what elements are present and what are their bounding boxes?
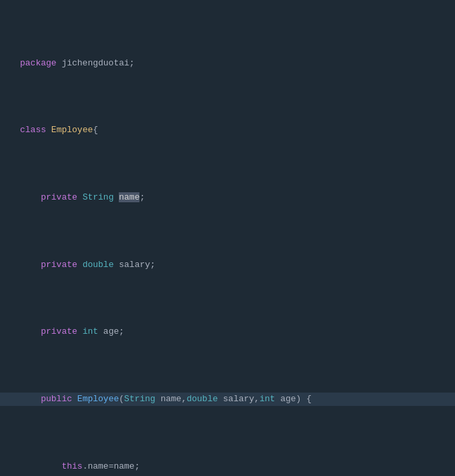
code-line-2: class Employee{ xyxy=(0,124,455,137)
line-content: private String name; xyxy=(20,191,455,204)
line-content: private int age; xyxy=(20,325,455,338)
line-content: public Employee(String name,double salar… xyxy=(20,393,455,406)
line-content: this.name=name; xyxy=(20,460,455,473)
code-editor: package jichengduotai; class Employee{ p… xyxy=(0,0,455,476)
code-line-3: private String name; xyxy=(0,191,455,204)
code-line-7: this.name=name; xyxy=(0,460,455,473)
code-line-5: private int age; xyxy=(0,325,455,338)
code-line-6: public Employee(String name,double salar… xyxy=(0,393,455,406)
code-line-4: private double salary; xyxy=(0,258,455,272)
line-content: class Employee{ xyxy=(20,124,455,137)
code-line-1: package jichengduotai; xyxy=(0,57,455,70)
line-content: private double salary; xyxy=(20,258,455,272)
line-content: package jichengduotai; xyxy=(20,57,455,70)
